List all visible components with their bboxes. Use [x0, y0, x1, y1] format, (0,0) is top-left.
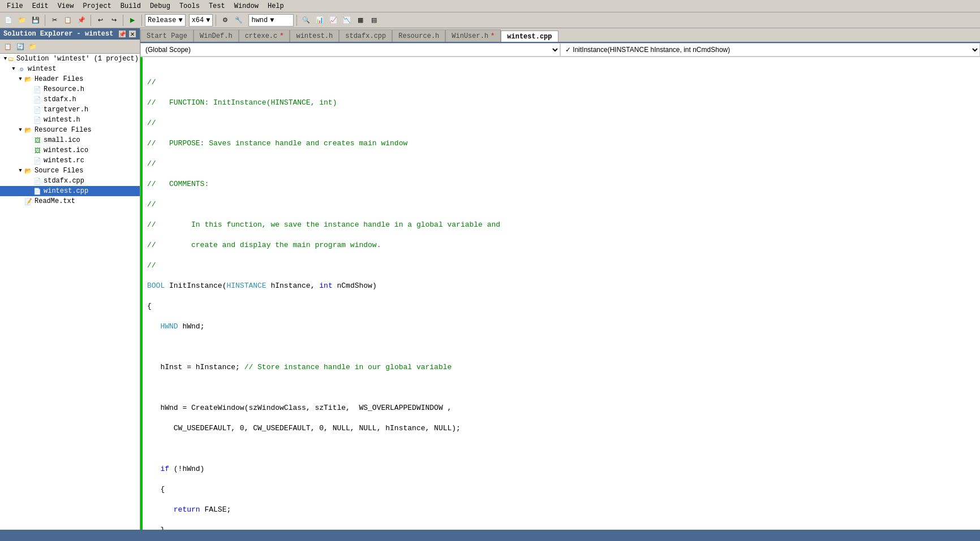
toolbar-paste[interactable]: 📌 [75, 14, 88, 27]
code-line: // FUNCTION: InitInstance(HINSTANCE, int… [143, 98, 980, 108]
toolbar-redo[interactable]: ↪ [108, 14, 120, 27]
menu-debug[interactable]: Debug [145, 1, 175, 11]
toolbar-save[interactable]: 💾 [29, 14, 42, 27]
menu-bar: File Edit View Project Build Debug Tools… [0, 0, 980, 12]
tree-small-ico[interactable]: 🖼 small.ico [0, 135, 140, 145]
tree-header-files[interactable]: ▼ 📂 Header Files [0, 74, 140, 84]
se-collapse-btn[interactable]: 📁 [27, 41, 38, 52]
toolbar-open[interactable]: 📁 [16, 14, 28, 27]
code-line [143, 342, 980, 352]
target-dropdown[interactable]: hwnd ▼ [248, 14, 294, 27]
wintest-ico-label: wintest.ico [44, 146, 88, 154]
stdafx-h-label: stdafx.h [44, 96, 76, 103]
winuser-modified-indicator: * [491, 32, 495, 40]
tree-source-files[interactable]: ▼ 📂 Source Files [0, 166, 140, 176]
stdafx-cpp-label: stdafx.cpp [44, 177, 84, 185]
tab-wintest-cpp[interactable]: wintest.cpp [501, 31, 558, 43]
toolbar-btn-5[interactable]: ⚙ [219, 14, 231, 27]
toolbar-sep-1 [45, 15, 45, 26]
code-line: BOOL InitInstance(HINSTANCE hInstance, i… [143, 281, 980, 291]
tree-stdafx-h[interactable]: 📄 stdafx.h [0, 94, 140, 105]
toolbar-btn-10[interactable]: 📉 [341, 14, 353, 27]
target-arrow: ▼ [270, 16, 274, 24]
platform-dropdown[interactable]: x64 ▼ [189, 14, 213, 27]
menu-file[interactable]: File [2, 1, 28, 11]
code-editor[interactable]: // // FUNCTION: InitInstance(HINSTANCE, … [140, 57, 980, 530]
se-toolbar: 📋 🔄 📁 [0, 40, 140, 54]
code-line: // [143, 118, 980, 128]
target-value: hwnd [251, 16, 268, 24]
toolbar-undo[interactable]: ↩ [94, 14, 106, 27]
tab-wintest-h[interactable]: wintest.h [290, 29, 339, 42]
code-line: // In this function, we save the instanc… [143, 220, 980, 230]
tree-resource-h[interactable]: 📄 Resource.h [0, 84, 140, 94]
toolbar-btn-6[interactable]: 🔧 [233, 14, 245, 27]
tab-resource-h[interactable]: Resource.h [392, 29, 445, 42]
toolbar-sep-3 [123, 15, 123, 26]
targetver-h-label: targetver.h [44, 106, 88, 114]
menu-window[interactable]: Window [230, 1, 263, 11]
scope-left-dropdown[interactable]: (Global Scope) [140, 43, 560, 57]
tree-wintest-rc[interactable]: 📄 wintest.rc [0, 155, 140, 166]
code-line: { [143, 301, 980, 311]
source-files-label: Source Files [35, 167, 83, 175]
configuration-dropdown[interactable]: Release ▼ [145, 14, 186, 27]
menu-view[interactable]: View [53, 1, 79, 11]
code-content[interactable]: // // FUNCTION: InitInstance(HINSTANCE, … [143, 57, 980, 530]
header-files-arrow: ▼ [17, 76, 24, 82]
resource-files-label: Resource Files [35, 126, 92, 134]
se-refresh-btn[interactable]: 🔄 [15, 41, 26, 52]
tab-crtexe-c[interactable]: crtexe.c * [239, 29, 290, 42]
small-ico-icon: 🖼 [33, 136, 42, 145]
menu-build[interactable]: Build [116, 1, 145, 11]
tree-wintest-cpp[interactable]: 📄 wintest.cpp [0, 186, 140, 196]
resource-files-icon: 📂 [24, 125, 33, 135]
toolbar-btn-9[interactable]: 📈 [327, 14, 339, 27]
toolbar-btn-7[interactable]: 🔍 [300, 14, 312, 27]
code-line: { [143, 484, 980, 495]
menu-test[interactable]: Test [204, 1, 230, 11]
toolbar-new[interactable]: 📄 [2, 14, 15, 27]
tab-stdafx-cpp[interactable]: stdafx.cpp [339, 29, 392, 42]
scope-bar: (Global Scope) ✓ InitInstance(HINSTANCE … [140, 43, 980, 57]
toolbar-btn-12[interactable]: ▤ [368, 14, 380, 27]
readme-icon: 📝 [24, 197, 33, 206]
toolbar-cut[interactable]: ✂ [48, 14, 61, 27]
toolbar-start[interactable]: ▶ [126, 14, 139, 27]
code-line: HWND hWnd; [143, 322, 980, 332]
toolbar-btn-8[interactable]: 📊 [313, 14, 326, 27]
tab-windef-h[interactable]: WinDef.h [194, 29, 239, 42]
tree-readme[interactable]: 📝 ReadMe.txt [0, 196, 140, 206]
wintest-cpp-label: wintest.cpp [44, 187, 88, 195]
wintest-rc-label: wintest.rc [44, 157, 84, 165]
tree-project[interactable]: ▼ ⚙ wintest [0, 64, 140, 74]
scope-right-dropdown[interactable]: ✓ InitInstance(HINSTANCE hInstance, int … [560, 43, 980, 57]
tree-wintest-h[interactable]: 📄 wintest.h [0, 115, 140, 125]
menu-edit[interactable]: Edit [28, 1, 53, 11]
toolbar-btn-11[interactable]: ▦ [354, 14, 367, 27]
stdafx-cpp-icon: 📄 [33, 176, 42, 185]
tree-targetver-h[interactable]: 📄 targetver.h [0, 105, 140, 115]
code-line: hInst = hInstance; // Store instance han… [143, 362, 980, 373]
resource-h-label: Resource.h [44, 85, 84, 93]
toolbar-copy[interactable]: 📋 [62, 14, 74, 27]
se-close-btn[interactable]: ✕ [128, 30, 136, 38]
tab-start-page[interactable]: Start Page [140, 29, 194, 42]
stdafx-h-icon: 📄 [33, 95, 42, 104]
menu-project[interactable]: Project [78, 1, 115, 11]
menu-help[interactable]: Help [263, 1, 289, 11]
tree-stdafx-cpp[interactable]: 📄 stdafx.cpp [0, 176, 140, 186]
platform-arrow: ▼ [206, 16, 210, 24]
tree-solution[interactable]: ▼ 🗂 Solution 'wintest' (1 project) [0, 54, 140, 64]
status-bar [0, 530, 980, 541]
menu-tools[interactable]: Tools [175, 1, 204, 11]
editor-area: Start Page WinDef.h crtexe.c * wintest.h… [140, 28, 980, 530]
code-line [143, 383, 980, 393]
resource-h-icon: 📄 [33, 85, 42, 94]
se-pin-btn[interactable]: 📌 [118, 30, 126, 38]
se-properties-btn[interactable]: 📋 [2, 41, 14, 52]
tree-wintest-ico[interactable]: 🖼 wintest.ico [0, 145, 140, 155]
tree-resource-files[interactable]: ▼ 📂 Resource Files [0, 125, 140, 135]
main-area: Solution Explorer - wintest 📌 ✕ 📋 🔄 📁 ▼ … [0, 28, 980, 530]
tab-winuser-h[interactable]: WinUser.h * [445, 29, 501, 42]
